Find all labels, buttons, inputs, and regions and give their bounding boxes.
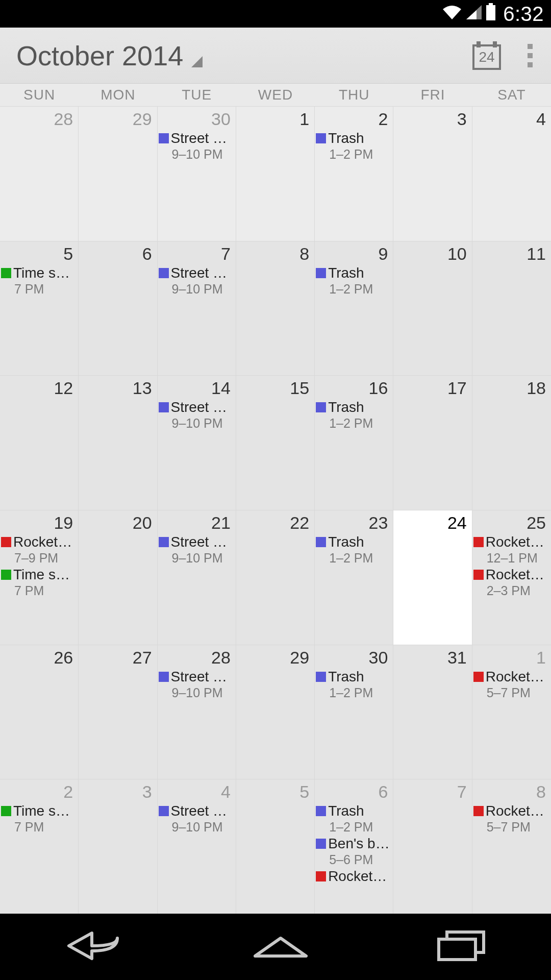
day-cell[interactable]: 16Trash1–2 PM — [315, 375, 393, 510]
calendar-event[interactable]: Time sh…7 PM — [1, 265, 75, 297]
event-title: Rockets… — [486, 803, 548, 819]
calendar-event[interactable]: Rockets…7–9 PM — [1, 534, 75, 566]
calendar-event[interactable]: Street s…9–10 PM — [159, 669, 233, 700]
month-picker[interactable]: October 2014 — [16, 40, 472, 71]
day-cell[interactable]: 28 — [0, 106, 79, 241]
dropdown-caret-icon — [191, 56, 203, 67]
day-number: 1 — [237, 109, 311, 129]
overflow-dot-icon — [528, 62, 533, 67]
day-cell[interactable]: 8Rockets…5–7 PM — [472, 779, 551, 914]
recents-button[interactable] — [434, 928, 490, 966]
day-number: 27 — [80, 647, 154, 668]
day-number: 2 — [1, 781, 75, 802]
event-color-swatch — [159, 537, 169, 547]
day-cell[interactable]: 7 — [393, 779, 472, 914]
day-cell[interactable]: 1 — [236, 106, 315, 241]
day-number: 8 — [237, 243, 311, 264]
calendar-event[interactable]: Street s…9–10 PM — [159, 534, 233, 566]
day-cell[interactable]: 21Street s…9–10 PM — [158, 510, 236, 645]
day-number: 13 — [80, 378, 154, 398]
day-cell[interactable]: 6 — [79, 241, 157, 376]
day-cell[interactable]: 29 — [79, 106, 157, 241]
day-cell[interactable]: 8 — [236, 241, 315, 376]
day-cell[interactable]: 1Rockets…5–7 PM — [472, 645, 551, 779]
event-time: 5–7 PM — [487, 685, 548, 700]
day-cell[interactable]: 9Trash1–2 PM — [315, 241, 393, 376]
calendar-event[interactable]: Rockets…12–1 PM — [473, 534, 548, 566]
day-cell[interactable]: 25Rockets…12–1 PMRockets…2–3 PM — [472, 510, 551, 645]
day-cell[interactable]: 7Street s…9–10 PM — [158, 241, 236, 376]
day-cell[interactable]: 13 — [79, 375, 157, 510]
overflow-dot-icon — [528, 44, 533, 49]
back-button[interactable] — [61, 928, 128, 966]
event-color-swatch — [316, 839, 326, 849]
day-cell[interactable]: 24 — [393, 510, 472, 645]
calendar-event[interactable]: Rockets…2–3 PM — [473, 567, 548, 598]
event-time: 9–10 PM — [172, 685, 233, 700]
event-color-swatch — [473, 537, 484, 547]
day-cell[interactable]: 27 — [79, 645, 157, 779]
day-cell[interactable]: 19Rockets…7–9 PMTime sh…7 PM — [0, 510, 79, 645]
event-time: 9–10 PM — [172, 550, 233, 566]
event-color-swatch — [159, 133, 169, 143]
status-clock: 6:32 — [503, 3, 544, 26]
calendar-event[interactable]: Rockets…5–7 PM — [473, 669, 548, 700]
calendar-event[interactable]: Street s…9–10 PM — [159, 803, 233, 835]
calendar-event[interactable]: Trash1–2 PM — [316, 803, 390, 835]
day-cell[interactable]: 31 — [393, 645, 472, 779]
calendar-event[interactable]: Trash1–2 PM — [316, 669, 390, 700]
day-number: 19 — [1, 512, 75, 533]
day-cell[interactable]: 3 — [393, 106, 472, 241]
calendar-event[interactable]: Time sh…7 PM — [1, 567, 75, 598]
day-cell[interactable]: 30Trash1–2 PM — [315, 645, 393, 779]
day-cell[interactable]: 26 — [0, 645, 79, 779]
day-cell[interactable]: 2Time sh…7 PM — [0, 779, 79, 914]
calendar-event[interactable]: Trash1–2 PM — [316, 265, 390, 297]
day-cell[interactable]: 29 — [236, 645, 315, 779]
weekday-header-row: SUNMONTUEWEDTHUFRISAT — [0, 84, 551, 106]
home-button[interactable] — [250, 930, 311, 963]
day-cell[interactable]: 2Trash1–2 PM — [315, 106, 393, 241]
day-number: 28 — [1, 109, 75, 129]
day-cell[interactable]: 30Street s…9–10 PM — [158, 106, 236, 241]
day-cell[interactable]: 5 — [236, 779, 315, 914]
event-time: 1–2 PM — [329, 281, 390, 297]
today-button[interactable]: 24 — [472, 41, 501, 70]
day-cell[interactable]: 22 — [236, 510, 315, 645]
svg-rect-2 — [439, 939, 475, 960]
overflow-menu-button[interactable] — [525, 42, 535, 69]
day-cell[interactable]: 15 — [236, 375, 315, 510]
day-cell[interactable]: 5Time sh…7 PM — [0, 241, 79, 376]
day-cell[interactable]: 10 — [393, 241, 472, 376]
event-color-swatch — [316, 806, 326, 816]
calendar-event[interactable]: Trash1–2 PM — [316, 130, 390, 162]
day-cell[interactable]: 6Trash1–2 PMBen's bi…5–6 PMRockets… — [315, 779, 393, 914]
event-color-swatch — [159, 402, 169, 412]
calendar-event[interactable]: Trash1–2 PM — [316, 399, 390, 431]
day-number: 14 — [159, 378, 233, 398]
day-number: 24 — [394, 512, 468, 533]
day-cell[interactable]: 28Street s…9–10 PM — [158, 645, 236, 779]
day-cell[interactable]: 3 — [79, 779, 157, 914]
day-cell[interactable]: 23Trash1–2 PM — [315, 510, 393, 645]
event-color-swatch — [473, 672, 484, 682]
calendar-event[interactable]: Rockets… — [316, 868, 390, 885]
event-color-swatch — [159, 268, 169, 278]
calendar-event[interactable]: Time sh…7 PM — [1, 803, 75, 835]
calendar-event[interactable]: Street s…9–10 PM — [159, 130, 233, 162]
calendar-event[interactable]: Rockets…5–7 PM — [473, 803, 548, 835]
day-cell[interactable]: 4 — [472, 106, 551, 241]
today-badge-number: 24 — [472, 44, 501, 70]
calendar-event[interactable]: Street s…9–10 PM — [159, 265, 233, 297]
day-cell[interactable]: 12 — [0, 375, 79, 510]
calendar-event[interactable]: Trash1–2 PM — [316, 534, 390, 566]
day-cell[interactable]: 14Street s…9–10 PM — [158, 375, 236, 510]
day-cell[interactable]: 11 — [472, 241, 551, 376]
day-cell[interactable]: 4Street s…9–10 PM — [158, 779, 236, 914]
calendar-event[interactable]: Ben's bi…5–6 PM — [316, 836, 390, 867]
weekday-label: THU — [315, 84, 393, 106]
day-cell[interactable]: 17 — [393, 375, 472, 510]
day-cell[interactable]: 18 — [472, 375, 551, 510]
day-cell[interactable]: 20 — [79, 510, 157, 645]
calendar-event[interactable]: Street s…9–10 PM — [159, 399, 233, 431]
